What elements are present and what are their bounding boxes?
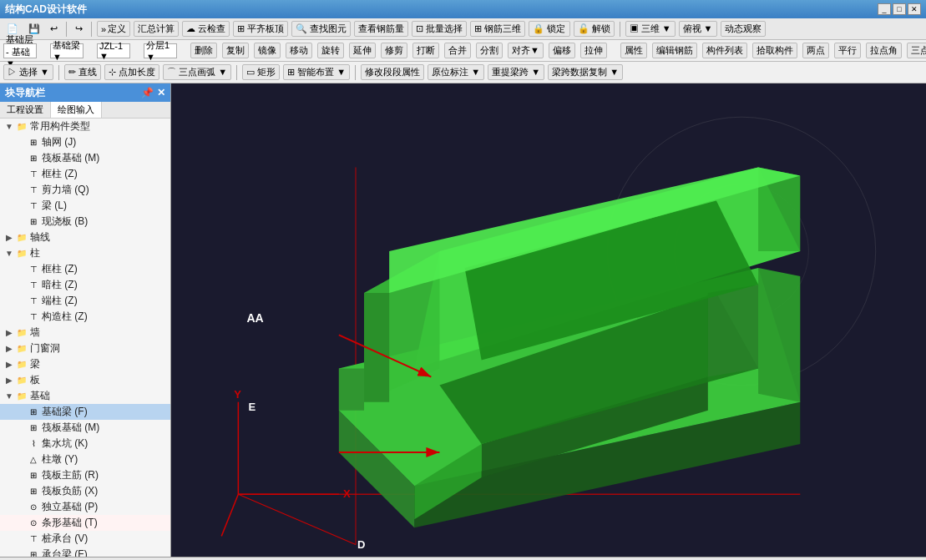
tree-item-beam[interactable]: ▶ 📁 梁 <box>0 356 170 372</box>
parallel-button[interactable]: 平行 <box>834 43 861 58</box>
dynamic-obs-button[interactable]: 动态观察 <box>721 21 766 37</box>
pick-component-button[interactable]: 拾取构件 <box>752 43 797 58</box>
tree-item-raft-neg-bar[interactable]: ⊞ 筏板负筋 (X) <box>0 483 170 499</box>
window-controls[interactable]: _ □ ✕ <box>878 3 921 15</box>
select-button[interactable]: ▷ 选择 ▼ <box>3 64 53 80</box>
sidebar-header-icons[interactable]: 📌 ✕ <box>141 87 165 98</box>
modify-segment-button[interactable]: 修改段段属性 <box>361 64 424 80</box>
label-end-col: 端柱 (Z) <box>42 294 78 308</box>
split-button[interactable]: 分割 <box>476 43 503 58</box>
define-button[interactable]: »定义 <box>97 21 130 37</box>
tree-item-shear-wall-common[interactable]: ⊤ 剪力墙 (Q) <box>0 182 170 198</box>
three-arc-button[interactable]: ⌒ 三点画弧 ▼ <box>163 64 231 80</box>
minimize-button[interactable]: _ <box>878 3 891 15</box>
tree-item-cap-beam[interactable]: ⊞ 承台梁 (F) <box>0 547 170 557</box>
rotate-button[interactable]: 旋转 <box>317 43 344 58</box>
view-rebar-button[interactable]: 查看钢筋量 <box>354 21 408 37</box>
extend-button[interactable]: 延伸 <box>349 43 376 58</box>
property-button[interactable]: 属性 <box>620 43 647 58</box>
break-button[interactable]: 打断 <box>412 43 439 58</box>
redo-button[interactable]: ↪ <box>72 22 86 36</box>
tree-item-axisline[interactable]: ▶ 📁 轴线 <box>0 230 170 245</box>
tree-item-dark-col[interactable]: ⊤ 暗柱 (Z) <box>0 277 170 293</box>
smart-layout-button[interactable]: ⊞ 智能布置 ▼ <box>283 64 350 80</box>
offset-button[interactable]: 偏移 <box>549 43 575 58</box>
tree-item-struct-col[interactable]: ⊤ 构造柱 (Z) <box>0 309 170 325</box>
span-copy-button[interactable]: 梁跨数据复制 ▼ <box>548 64 623 80</box>
label-beam-common: 梁 (L) <box>42 199 67 213</box>
tree-item-axis[interactable]: ⊞ 轴网 (J) <box>0 134 170 150</box>
origin-mark-button[interactable]: 原位标注 ▼ <box>428 64 484 80</box>
folder-icon-common: 📁 <box>15 121 28 133</box>
toolbar-row1: 📄 💾 ↩ ↪ »定义 汇总计算 ☁ 云检查 ⊞ 平齐板顶 🔍 查找图元 查看钢… <box>0 18 926 40</box>
3d-view-button[interactable]: ▣ 三维 ▼ <box>625 21 676 37</box>
rebar-3d-button[interactable]: ⊞ 钢筋三维 <box>470 21 525 37</box>
sidebar-content[interactable]: ▼ 📁 常用构件类型 ⊞ 轴网 (J) ⊞ 筏板基础 (M) ⊤ 框柱 (Z) <box>0 119 170 557</box>
label-pile-cap-platform: 桩承台 (V) <box>42 532 88 546</box>
tree-item-raft-common[interactable]: ⊞ 筏板基础 (M) <box>0 150 170 166</box>
tree-item-wall[interactable]: ▶ 📁 墙 <box>0 325 170 341</box>
tree-item-foundation[interactable]: ▼ 📁 基础 <box>0 388 170 404</box>
merge-button[interactable]: 合并 <box>444 43 471 58</box>
edit-rebar-button[interactable]: 编辑钢筋 <box>652 43 697 58</box>
maximize-button[interactable]: □ <box>893 3 906 15</box>
tree-item-slab[interactable]: ▶ 📁 板 <box>0 372 170 388</box>
undo-button[interactable]: ↩ <box>47 22 61 36</box>
two-point-button[interactable]: 两点 <box>802 43 829 58</box>
top-view-button[interactable]: 俯视 ▼ <box>679 21 717 37</box>
tree-item-foundation-beam[interactable]: ⊞ 基础梁 (F) <box>0 404 170 420</box>
mirror-button[interactable]: 镜像 <box>254 43 281 58</box>
level-top-button[interactable]: ⊞ 平齐板顶 <box>233 21 288 37</box>
element-type-select[interactable]: 基础梁 ▼ <box>50 43 83 58</box>
svg-text:AA: AA <box>246 311 263 325</box>
close-button[interactable]: ✕ <box>908 3 921 15</box>
sidebar-tabs: 工程设置 绘图输入 <box>0 102 170 119</box>
tab-engineering-settings[interactable]: 工程设置 <box>0 102 51 118</box>
tree-item-common-types[interactable]: ▼ 📁 常用构件类型 <box>0 119 170 134</box>
tree-item-beam-common[interactable]: ⊤ 梁 (L) <box>0 198 170 214</box>
tree-item-column[interactable]: ▼ 📁 柱 <box>0 245 170 261</box>
tree-item-sump[interactable]: ⌇ 集水坑 (K) <box>0 436 170 452</box>
sidebar-close-icon[interactable]: ✕ <box>157 87 165 98</box>
label-foundation: 基础 <box>30 389 50 403</box>
delete-button[interactable]: 删除 <box>190 43 217 58</box>
status-bar: 选择 93 Ea 正交 捕捉 栅格 <box>0 557 926 560</box>
lock-button[interactable]: 🔒 锁定 <box>529 21 569 37</box>
tab-drawing-input[interactable]: 绘图输入 <box>51 102 102 118</box>
component-list-button[interactable]: 构件列表 <box>702 43 747 58</box>
tree-item-slab-common[interactable]: ⊞ 现浇板 (B) <box>0 214 170 230</box>
tree-item-isolated-found[interactable]: ⊙ 独立基础 (P) <box>0 499 170 515</box>
line-button[interactable]: ✏ 直线 <box>64 64 101 80</box>
calc-button[interactable]: 汇总计算 <box>134 21 179 37</box>
floor-select[interactable]: 分层1 ▼ <box>144 43 177 58</box>
tree-item-frame-col[interactable]: ⊤ 框柱 (Z) <box>0 261 170 277</box>
layer-select[interactable]: 基础层 - 基础 ▼ <box>3 43 37 58</box>
find-element-button[interactable]: 🔍 查找图元 <box>291 21 351 37</box>
tree-item-col-cap[interactable]: △ 柱墩 (Y) <box>0 452 170 467</box>
tree-item-strip-found[interactable]: ⊙ 条形基础 (T) <box>0 515 170 531</box>
element-id-select[interactable]: JZL-1 ▼ <box>97 43 130 58</box>
point-length-button[interactable]: ⊹ 点加长度 <box>104 64 159 80</box>
trim-button[interactable]: 修剪 <box>381 43 407 58</box>
move-button[interactable]: 移动 <box>286 43 312 58</box>
angle-button[interactable]: 拉点角 <box>866 43 902 58</box>
align-button[interactable]: 对齐▼ <box>508 43 544 58</box>
sep2 <box>91 22 92 37</box>
sidebar-pin-icon[interactable]: 📌 <box>141 87 154 98</box>
label-struct-col: 构造柱 (Z) <box>42 310 88 324</box>
stretch-button[interactable]: 拉伸 <box>580 43 607 58</box>
canvas-area[interactable]: X Y AA E D <box>171 83 926 557</box>
tree-item-door-window[interactable]: ▶ 📁 门窗洞 <box>0 341 170 356</box>
cloud-check-button[interactable]: ☁ 云检查 <box>182 21 230 37</box>
tree-item-raft[interactable]: ⊞ 筏板基础 (M) <box>0 420 170 436</box>
rect-button[interactable]: ▭ 矩形 <box>242 64 280 80</box>
unlock-button[interactable]: 🔓 解锁 <box>574 21 615 37</box>
tree-item-raft-main-bar[interactable]: ⊞ 筏板主筋 (R) <box>0 467 170 483</box>
batch-select-button[interactable]: ⊡ 批量选择 <box>412 21 467 37</box>
re-extract-span-button[interactable]: 重提梁跨 ▼ <box>488 64 544 80</box>
tree-item-pile-cap-platform[interactable]: ⊤ 桩承台 (V) <box>0 531 170 547</box>
copy-button[interactable]: 复制 <box>222 43 249 58</box>
three-point-aux-button[interactable]: 三点辅线 <box>907 43 926 58</box>
tree-item-frame-col-common[interactable]: ⊤ 框柱 (Z) <box>0 166 170 182</box>
tree-item-end-col[interactable]: ⊤ 端柱 (Z) <box>0 293 170 309</box>
